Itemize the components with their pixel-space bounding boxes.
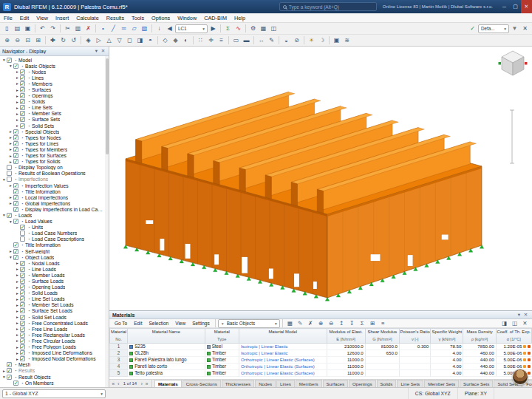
visibility-checkbox[interactable] <box>13 159 18 164</box>
delete-row-icon[interactable]: ✗ <box>306 318 316 328</box>
warning-icon[interactable] <box>528 358 531 361</box>
tree-item-surfaces[interactable]: ▸▪Surfaces <box>1 86 104 92</box>
expander-icon[interactable]: ▸ <box>8 147 13 151</box>
cell-shear-g[interactable] <box>365 363 399 369</box>
warning-icon[interactable] <box>523 365 526 368</box>
expander-icon[interactable]: ▸ <box>15 332 20 337</box>
redo-icon[interactable]: ↷ <box>48 24 58 33</box>
tree-item-results[interactable]: ▸▪Results <box>1 368 104 374</box>
warning-icon[interactable] <box>523 358 526 361</box>
tree-item-member-set-loads[interactable]: ▸▪Member Set Loads <box>1 302 104 308</box>
load-case-combo[interactable]: LC1▾ <box>175 24 208 33</box>
view-side-icon[interactable]: ◨ <box>135 35 145 45</box>
tree-item-load-values[interactable]: ▾▪Load Values <box>1 219 104 225</box>
visibility-checkbox[interactable] <box>20 231 25 236</box>
visibility-checkbox[interactable] <box>13 153 18 158</box>
menu-tools[interactable]: Tools <box>128 13 148 22</box>
view-front-icon[interactable]: ◻ <box>125 35 134 45</box>
expander-icon[interactable]: ▸ <box>15 69 20 74</box>
tree-item-free-concentrated-loads[interactable]: ▸▪Free Concentrated Loads <box>1 320 104 326</box>
visibility-checkbox[interactable] <box>13 207 18 212</box>
visibility-checkbox[interactable] <box>7 177 12 182</box>
table-tab-materials[interactable]: Materials <box>154 380 182 387</box>
cell-specific-weight[interactable]: 4.00 <box>431 349 463 356</box>
grid-icon[interactable]: ∷ <box>196 35 205 45</box>
visibility-checkbox[interactable] <box>13 381 18 386</box>
member-icon[interactable]: ═ <box>119 24 129 33</box>
tree-item-nodal-loads[interactable]: ▸▪Nodal Loads <box>1 260 104 266</box>
tables-icon[interactable]: ▦ <box>259 24 268 33</box>
cell-material-name[interactable]: Pareti lato corto <box>128 363 205 369</box>
sun-icon[interactable]: ☀ <box>307 35 316 45</box>
expander-icon[interactable]: ▾ <box>1 213 7 217</box>
cell-thermal-exp[interactable]: 5.00E-06 <box>496 349 531 356</box>
table-tab-line-sets[interactable]: Line Sets <box>397 380 423 387</box>
cell-material-no[interactable]: 2 <box>110 349 128 356</box>
navigation-cube[interactable] <box>498 49 528 78</box>
view-y-icon[interactable]: △ <box>104 35 114 45</box>
move-down-icon[interactable]: ↧ <box>347 318 357 328</box>
maximize-button[interactable]: ▢ <box>510 0 521 13</box>
expander-icon[interactable]: ▸ <box>15 321 20 325</box>
visibility-checkbox[interactable] <box>20 81 25 86</box>
menu-view[interactable]: View <box>33 13 52 22</box>
expander-icon[interactable]: ▸ <box>15 338 20 343</box>
tree-item-surface-set-loads[interactable]: ▸▪Surface Set Loads <box>1 308 104 314</box>
cell-poisson[interactable] <box>400 369 431 376</box>
dimension-icon[interactable]: ↔ <box>256 35 266 45</box>
visibility-checkbox[interactable] <box>20 338 25 344</box>
close-table-icon[interactable]: ✕ <box>520 318 530 328</box>
table-menu-settings[interactable]: Settings <box>189 321 213 326</box>
cell-thermal-exp[interactable]: 5.00E-06 <box>496 363 531 369</box>
expander-icon[interactable]: ▸ <box>8 141 13 146</box>
dock-panel-icon[interactable]: ◫ <box>269 24 279 33</box>
table-tab-lines[interactable]: Lines <box>276 380 295 387</box>
visibility-checkbox[interactable] <box>20 236 25 242</box>
expander-icon[interactable]: ▸ <box>15 291 20 296</box>
pan-icon[interactable]: ✚ <box>48 35 58 45</box>
visibility-checkbox[interactable] <box>13 141 18 146</box>
visibility-checkbox[interactable] <box>7 362 12 367</box>
tree-item-units[interactable]: ▪Units <box>1 225 104 231</box>
tree-item-object-loads[interactable]: ▾▪Object Loads <box>1 254 104 260</box>
cell-material-name[interactable]: S235 <box>128 343 205 349</box>
tree-item-imposed-line-deformations[interactable]: ▸▪Imposed Line Deformations <box>1 350 104 356</box>
tree-item-openings[interactable]: ▸▪Openings <box>1 93 104 99</box>
expander-icon[interactable]: ▸ <box>15 327 20 331</box>
expander-icon[interactable]: ▾ <box>1 58 7 62</box>
coordinate-system-combo[interactable]: 1 - Global XYZ ▾ <box>2 389 106 398</box>
sum-icon[interactable]: Σ <box>358 318 367 328</box>
orbit-cw-icon[interactable]: ↻ <box>58 35 68 45</box>
visibility-checkbox[interactable] <box>20 332 25 338</box>
panels-icon[interactable]: ◫ <box>510 318 519 328</box>
visibility-checkbox[interactable] <box>13 129 18 134</box>
search-box[interactable]: Type a keyword (Alt+Q) <box>279 2 377 11</box>
visibility-checkbox[interactable] <box>20 87 25 92</box>
cell-specific-weight[interactable]: 78.50 <box>431 343 463 349</box>
menu-file[interactable]: File <box>0 13 16 22</box>
cell-thermal-exp[interactable]: 5.00E-06 <box>496 356 531 363</box>
warning-icon[interactable] <box>523 345 526 348</box>
table-tab-surfaces[interactable]: Surfaces <box>323 380 348 387</box>
tree-item-line-set-loads[interactable]: ▸▪Line Set Loads <box>1 296 104 302</box>
material-row-5[interactable]: 5Tetto palestraTimberOrthotropic | Linea… <box>110 369 532 376</box>
cell-material-type[interactable]: Timber <box>205 349 239 356</box>
expander-icon[interactable]: ▸ <box>15 94 20 98</box>
expander-icon[interactable]: ▸ <box>15 106 20 110</box>
expander-icon[interactable]: ▸ <box>1 369 7 373</box>
expander-icon[interactable]: ▸ <box>8 201 13 205</box>
expander-icon[interactable]: ▸ <box>15 309 20 313</box>
column-header-coeff-of-th-exp-1-c[interactable]: Coeff. of Th. Exp.α [1/°C] <box>496 329 531 344</box>
cell-material-name[interactable]: Tetto palestra <box>128 369 205 376</box>
cell-material-model[interactable]: Isotropic | Linear Elastic <box>239 343 327 349</box>
menu-window[interactable]: Window <box>174 13 200 22</box>
panel-close-icon[interactable]: ✕ <box>520 24 530 33</box>
expander-icon[interactable]: ▸ <box>15 351 20 355</box>
visibility-checkbox[interactable] <box>20 117 25 122</box>
visibility-check-icon[interactable]: ✓ <box>468 24 477 33</box>
guidelines-icon[interactable]: ≡ <box>216 35 226 45</box>
orbit-ccw-icon[interactable]: ↺ <box>69 35 78 45</box>
table-menu-view[interactable]: View <box>172 321 188 326</box>
column-header-material-no[interactable]: MaterialNo. <box>110 329 128 344</box>
visibility-checkbox[interactable] <box>7 375 12 380</box>
